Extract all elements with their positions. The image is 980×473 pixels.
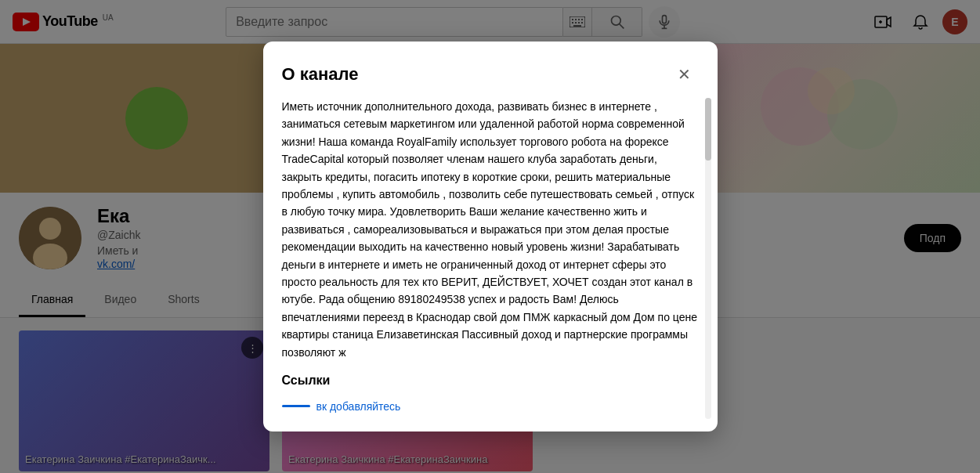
- modal-link-text[interactable]: вк добавляйтесь: [316, 400, 401, 413]
- about-channel-modal: О канале ✕ Иметь источник дополнительног…: [263, 42, 718, 431]
- modal-link-row: вк добавляйтесь: [282, 394, 699, 419]
- modal-backdrop[interactable]: О канале ✕ Иметь источник дополнительног…: [0, 0, 980, 473]
- modal-title: О канале: [282, 64, 359, 85]
- modal-links-title: Ссылки: [282, 374, 699, 388]
- modal-scrollbar-track: [705, 98, 711, 419]
- modal-close-button[interactable]: ✕: [671, 60, 699, 88]
- modal-link-bar: [282, 405, 310, 407]
- modal-description: Иметь источник дополнительного дохода, р…: [282, 98, 699, 361]
- modal-body: Иметь источник дополнительного дохода, р…: [263, 98, 718, 431]
- modal-header: О канале ✕: [263, 42, 718, 98]
- modal-scrollbar-thumb[interactable]: [705, 98, 711, 161]
